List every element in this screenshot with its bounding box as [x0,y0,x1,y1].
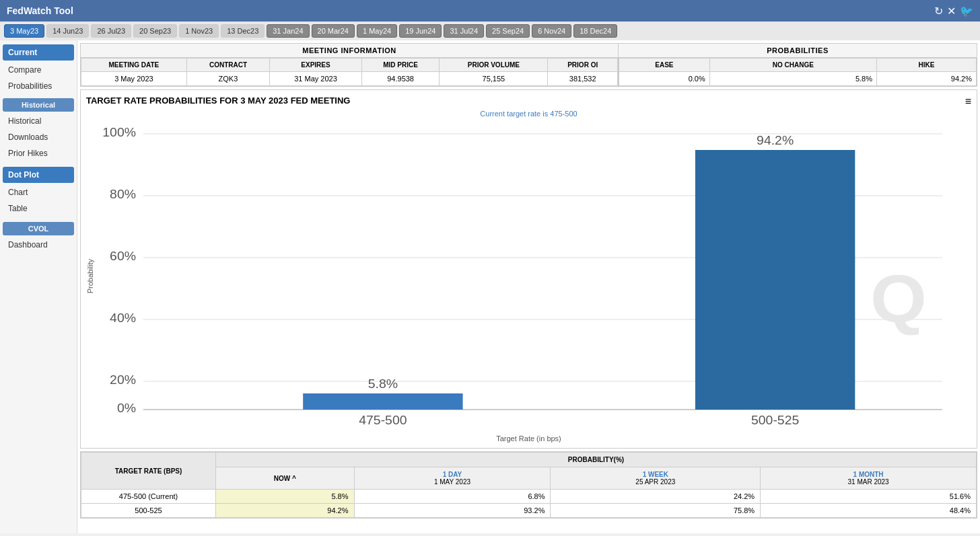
tab-1-May24[interactable]: 1 May24 [357,24,397,38]
sidebar-item-prior-hikes[interactable]: Prior Hikes [0,145,77,161]
close-icon[interactable]: ✕ [947,5,956,17]
tab-14-Jun23[interactable]: 14 Jun23 [46,24,89,38]
tab-1-Nov23[interactable]: 1 Nov23 [179,24,219,38]
meeting-col-meeting-date: MEETING DATE [81,59,187,72]
sidebar-item-compare[interactable]: Compare [0,62,77,78]
bottom-prob-table-container: TARGET RATE (BPS) PROBABILITY(%) NOW ^1 … [80,451,977,519]
hamburger-icon[interactable]: ≡ [965,95,971,108]
bar-500-525 [695,150,855,410]
tab-20-Sep23[interactable]: 20 Sep23 [133,24,177,38]
meeting-info-section: MEETING INFORMATION MEETING DATECONTRACT… [81,44,619,86]
sidebar-item-dashboard[interactable]: Dashboard [0,237,77,253]
tab-31-Jan24[interactable]: 31 Jan24 [267,24,309,38]
bar-chart-svg: 100% 80% 60% 40% 20% 0% 5.8% [100,120,971,430]
main-layout: Current Compare Probabilities Historical… [0,40,980,533]
svg-text:60%: 60% [110,250,136,263]
dot-plot-btn[interactable]: Dot Plot [3,167,74,183]
sidebar-item-probabilities[interactable]: Probabilities [0,78,77,94]
svg-text:5.8%: 5.8% [368,377,398,391]
tab-19-Jun24[interactable]: 19 Jun24 [399,24,442,38]
probabilities-section: PROBABILITIES EASENO CHANGEHIKE 0.0%5.8%… [619,44,977,86]
tab-26-Jul23[interactable]: 26 Jul23 [91,24,131,38]
tab-6-Nov24[interactable]: 6 Nov24 [532,24,571,38]
prob-percent-header: PROBABILITY(%) [216,453,977,467]
tab-20-Mar24[interactable]: 20 Mar24 [312,24,355,38]
svg-text:20%: 20% [110,373,136,387]
meeting-col-prior-volume: PRIOR VOLUME [440,59,548,72]
probabilities-header: PROBABILITIES [619,44,977,58]
svg-text:500-525: 500-525 [751,414,799,427]
meeting-col-mid-price: MID PRICE [361,59,439,72]
content-area: MEETING INFORMATION MEETING DATECONTRACT… [77,40,980,533]
bar-475-500 [303,393,462,410]
meeting-col-prior-oi: PRIOR OI [548,59,618,72]
tab-31-Jul24[interactable]: 31 Jul24 [444,24,484,38]
sidebar-item-table[interactable]: Table [0,200,77,217]
meeting-info-header: MEETING INFORMATION [81,44,618,58]
svg-text:80%: 80% [110,188,136,201]
cvol-btn[interactable]: CVOL [3,222,74,235]
svg-text:100%: 100% [102,126,136,139]
probabilities-table: EASENO CHANGEHIKE 0.0%5.8%94.2% [619,58,977,86]
target-rate-header: TARGET RATE (BPS) [81,453,216,490]
svg-text:Q: Q [870,262,927,337]
svg-text:475-500: 475-500 [359,414,407,427]
meeting-col-contract: CONTRACT [186,59,269,72]
sidebar-item-chart[interactable]: Chart [0,184,77,200]
svg-text:94.2%: 94.2% [757,134,794,147]
sidebar-historical-label: Historical [3,98,74,112]
y-axis-label: Probability [86,259,94,293]
sidebar-item-downloads[interactable]: Downloads [0,129,77,145]
bottom-prob-table: TARGET RATE (BPS) PROBABILITY(%) NOW ^1 … [81,452,977,518]
x-axis-label: Target Rate (in bps) [86,434,971,443]
chart-title: TARGET RATE PROBABILITIES FOR 3 MAY 2023… [86,95,971,106]
twitter-icon[interactable]: 🐦 [960,5,973,17]
chart-container: TARGET RATE PROBABILITIES FOR 3 MAY 2023… [80,89,977,449]
sidebar-item-historical[interactable]: Historical [0,113,77,129]
title-bar: FedWatch Tool ↻ ✕ 🐦 [0,0,980,22]
title-icons: ↻ ✕ 🐦 [934,5,973,17]
current-btn[interactable]: Current [3,44,74,61]
meeting-col-expires: EXPIRES [270,59,362,72]
chart-subtitle: Current target rate is 475-500 [86,110,971,118]
tab-13-Dec23[interactable]: 13 Dec23 [221,24,265,38]
app-title: FedWatch Tool [7,5,73,16]
svg-text:0%: 0% [117,401,136,415]
meeting-probabilities-row: MEETING INFORMATION MEETING DATECONTRACT… [80,43,977,87]
tab-18-Dec24[interactable]: 18 Dec24 [573,24,617,38]
refresh-icon[interactable]: ↻ [934,5,943,17]
sidebar: Current Compare Probabilities Historical… [0,40,77,533]
tab-25-Sep24[interactable]: 25 Sep24 [486,24,530,38]
svg-text:40%: 40% [110,311,136,325]
meeting-info-table: MEETING DATECONTRACTEXPIRESMID PRICEPRIO… [81,58,618,86]
tab-3-May23[interactable]: 3 May23 [4,24,44,38]
tab-row: 3 May2314 Jun2326 Jul2320 Sep231 Nov2313… [0,22,980,40]
